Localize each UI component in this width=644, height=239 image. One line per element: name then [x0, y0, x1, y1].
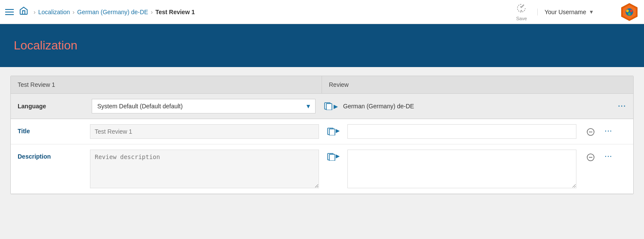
table-header: Test Review 1 Review	[11, 76, 633, 94]
svg-rect-13	[329, 154, 335, 161]
title-target-input[interactable]	[347, 124, 576, 139]
user-chevron-icon: ▼	[589, 9, 594, 15]
home-icon[interactable]	[19, 6, 28, 18]
description-source-input[interactable]	[90, 150, 319, 188]
title-translate-arrow-icon: ▶	[336, 128, 340, 134]
description-field-row: Description ▶ ···	[11, 144, 633, 194]
user-menu[interactable]: Your Username ▼	[537, 9, 615, 15]
copy-to-target-button[interactable]: ▶	[324, 102, 338, 110]
col1-header: Test Review 1	[11, 76, 322, 93]
arrow-right-icon: ▶	[334, 103, 338, 110]
language-more-button[interactable]: ···	[618, 102, 626, 110]
page-header: Localization	[0, 24, 644, 67]
svg-point-5	[628, 12, 631, 15]
description-translate-arrow-icon: ▶	[336, 153, 340, 159]
localization-table: Test Review 1 Review Language System Def…	[10, 76, 634, 194]
app-logo	[620, 3, 639, 21]
description-label: Description	[18, 150, 87, 160]
save-label: Save	[516, 16, 527, 21]
title-field-row: Title ▶ ···	[11, 119, 633, 144]
language-row: Language System Default (Default default…	[11, 94, 633, 119]
breadcrumb-current: Test Review 1	[155, 9, 195, 15]
col2-header: Review	[322, 76, 633, 93]
title-source-input[interactable]	[90, 124, 319, 139]
language-select[interactable]: System Default (Default default)	[92, 99, 316, 113]
title-label: Title	[18, 124, 87, 135]
language-target-value: German (Germany) de-DE	[343, 103, 613, 110]
svg-point-3	[626, 9, 629, 12]
breadcrumb-sep-1: ›	[34, 9, 36, 15]
main-content: Test Review 1 Review Language System Def…	[0, 67, 644, 203]
breadcrumb-language[interactable]: German (Germany) de-DE	[77, 9, 148, 15]
username-label: Your Username	[545, 9, 586, 15]
top-nav: › Localization › German (Germany) de-DE …	[0, 0, 644, 24]
description-translate-button[interactable]: ▶	[322, 150, 344, 161]
language-row-right: System Default (Default default) ▼ ▶ Ger…	[92, 99, 626, 113]
title-translate-button[interactable]: ▶	[322, 124, 344, 135]
breadcrumb-sep-2: ›	[73, 9, 75, 15]
title-more-button[interactable]: ···	[605, 124, 626, 135]
title-remove-button[interactable]	[580, 124, 601, 136]
svg-point-4	[630, 9, 632, 12]
breadcrumb-localization[interactable]: Localization	[38, 9, 70, 15]
page-title: Localization	[14, 39, 77, 52]
svg-rect-9	[329, 129, 335, 135]
save-button[interactable]: Save	[516, 3, 527, 21]
breadcrumb-sep-3: ›	[151, 9, 153, 15]
description-remove-button[interactable]	[580, 150, 601, 162]
svg-rect-7	[326, 104, 332, 110]
description-more-button[interactable]: ···	[605, 150, 626, 160]
description-target-input[interactable]	[347, 150, 576, 188]
save-icon	[516, 3, 526, 16]
language-select-wrapper: System Default (Default default) ▼	[92, 99, 316, 113]
hamburger-menu[interactable]	[5, 9, 14, 15]
language-label: Language	[18, 103, 87, 110]
